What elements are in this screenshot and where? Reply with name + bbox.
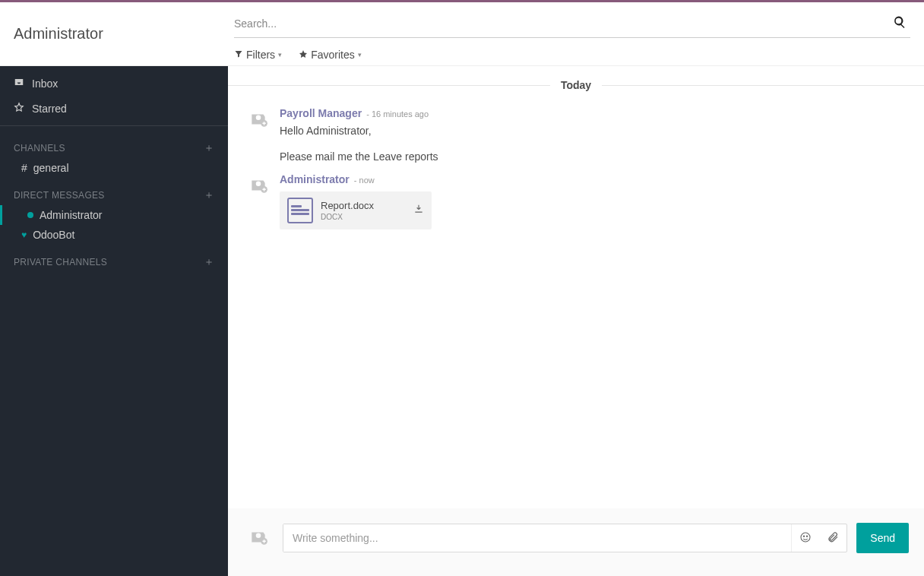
message-author[interactable]: Administrator — [280, 173, 350, 185]
svg-point-3 — [801, 533, 810, 542]
message-author[interactable]: Payroll Manager — [280, 107, 362, 119]
channel-label: general — [33, 162, 69, 174]
message-input[interactable] — [283, 524, 791, 552]
hash-icon: # — [21, 162, 27, 174]
filters-dropdown[interactable]: Filters ▾ — [234, 49, 282, 61]
svg-point-5 — [807, 536, 808, 536]
avatar-placeholder-icon — [243, 107, 274, 133]
svg-point-4 — [804, 536, 805, 536]
presence-dot-icon — [27, 212, 33, 218]
sidebar-item-starred[interactable]: Starred — [0, 96, 228, 121]
chevron-down-icon: ▾ — [358, 51, 362, 59]
attachment-name: Report.docx — [321, 200, 406, 211]
send-button[interactable]: Send — [856, 523, 909, 553]
search-icon[interactable] — [889, 15, 910, 32]
star-icon — [299, 49, 308, 61]
dm-label: Administrator — [40, 209, 102, 221]
message-text: Hello Administrator, — [280, 122, 909, 139]
add-channel-button[interactable]: ＋ — [204, 141, 214, 155]
channels-header: CHANNELS — [14, 143, 65, 153]
channel-general[interactable]: #general — [0, 158, 228, 178]
avatar-placeholder-icon — [243, 173, 274, 199]
attachment-card[interactable]: Report.docx DOCX — [280, 191, 432, 229]
attach-icon[interactable] — [819, 531, 846, 546]
emoji-icon[interactable] — [792, 531, 819, 546]
dm-administrator[interactable]: Administrator — [0, 205, 228, 225]
private-channels-header: PRIVATE CHANNELS — [14, 257, 107, 267]
add-private-channel-button[interactable]: ＋ — [204, 255, 214, 269]
attachment-ext: DOCX — [321, 213, 406, 221]
search-input[interactable] — [234, 13, 889, 34]
message: Administrator - now Report.docx DOCX — [228, 166, 924, 229]
favorites-dropdown[interactable]: Favorites ▾ — [299, 49, 362, 61]
dm-header: DIRECT MESSAGES — [14, 190, 105, 201]
sidebar-item-label: Starred — [32, 103, 67, 115]
chevron-down-icon: ▾ — [278, 51, 282, 59]
page-title: Administrator — [14, 25, 214, 43]
download-icon[interactable] — [413, 204, 424, 217]
message-text: Please mail me the Leave reports — [280, 148, 909, 165]
inbox-icon — [14, 77, 24, 90]
sidebar-item-label: Inbox — [32, 78, 58, 90]
message: Payroll Manager - 16 minutes ago Hello A… — [228, 100, 924, 166]
funnel-icon — [234, 49, 243, 61]
add-dm-button[interactable]: ＋ — [204, 188, 214, 202]
star-outline-icon — [14, 102, 24, 115]
day-separator: Today — [550, 79, 602, 91]
message-timestamp: - now — [354, 176, 375, 185]
dm-odoobot[interactable]: ♥ OdooBot — [0, 225, 228, 245]
document-icon — [287, 198, 313, 223]
sidebar-item-inbox[interactable]: Inbox — [0, 71, 228, 96]
heart-icon: ♥ — [21, 229, 27, 240]
dm-label: OdooBot — [33, 229, 74, 241]
avatar-placeholder-icon — [243, 525, 274, 551]
message-timestamp: - 16 minutes ago — [366, 109, 429, 119]
